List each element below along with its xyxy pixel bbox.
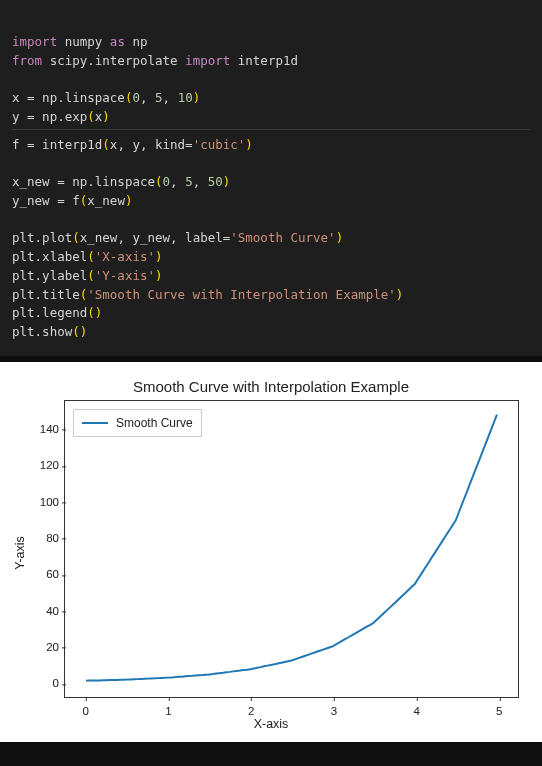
num: 5 [155, 90, 163, 105]
paren-open: ( [87, 268, 95, 283]
var-ynew: y_new [12, 193, 50, 208]
fn-exp: np.exp [42, 109, 87, 124]
paren-close: ) [223, 174, 231, 189]
comma: , [170, 174, 185, 189]
fn-plot: plt.plot [12, 230, 72, 245]
x-tick: 2 [248, 697, 254, 720]
fn-legend: plt.legend [12, 305, 87, 320]
fn-xlabel: plt.xlabel [12, 249, 87, 264]
alias-np: np [132, 34, 147, 49]
paren-close: ) [102, 109, 110, 124]
paren-close: ) [396, 287, 404, 302]
paren-close: ) [125, 193, 133, 208]
op-eq: = [50, 174, 73, 189]
x-tick: 4 [413, 697, 419, 720]
keyword-import2: import [185, 53, 230, 68]
x-tick: 5 [496, 697, 502, 720]
comma: , [163, 90, 178, 105]
code-block: import numpy as np from scipy.interpolat… [0, 0, 542, 356]
paren-close: ) [80, 324, 88, 339]
y-tick: 40 [35, 603, 65, 620]
keyword-as: as [110, 34, 125, 49]
args-xy: x, y, kind= [110, 137, 193, 152]
paren-close: ) [95, 305, 103, 320]
curve-line [65, 401, 518, 697]
name-interp1d: interp1d [238, 53, 298, 68]
num: 5 [185, 174, 193, 189]
output-panel: Smooth Curve with Interpolation Example … [0, 362, 542, 742]
keyword-from: from [12, 53, 42, 68]
x-tick: 3 [331, 697, 337, 720]
paren-close: ) [155, 249, 163, 264]
str-xaxis: 'X-axis' [95, 249, 155, 264]
paren-close: ) [155, 268, 163, 283]
arg-xnew: x_new [87, 193, 125, 208]
paren-open: ( [155, 174, 163, 189]
fn-title: plt.title [12, 287, 80, 302]
paren-open: ( [87, 109, 95, 124]
str-smooth: 'Smooth Curve' [230, 230, 335, 245]
module-numpy: numpy [65, 34, 103, 49]
paren-close: ) [193, 90, 201, 105]
divider [12, 129, 530, 130]
fn-linspace: np.linspace [42, 90, 125, 105]
str-yaxis: 'Y-axis' [95, 268, 155, 283]
num: 50 [208, 174, 223, 189]
var-x: x [12, 90, 20, 105]
y-tick: 80 [35, 530, 65, 547]
str-title: 'Smooth Curve with Interpolation Example… [87, 287, 396, 302]
paren-close: ) [245, 137, 253, 152]
paren-close: ) [336, 230, 344, 245]
num: 0 [163, 174, 171, 189]
var-xnew: x_new [12, 174, 50, 189]
fn-interp1d: interp1d [42, 137, 102, 152]
comma: , [140, 90, 155, 105]
chart-title: Smooth Curve with Interpolation Example [8, 376, 534, 399]
y-tick: 140 [35, 421, 65, 438]
paren-open: ( [72, 324, 80, 339]
fn-linspace2: np.linspace [72, 174, 155, 189]
y-tick: 120 [35, 458, 65, 475]
keyword-import: import [12, 34, 57, 49]
paren-open: ( [87, 249, 95, 264]
comma: , [193, 174, 208, 189]
args-plot: x_new, y_new, label= [80, 230, 231, 245]
x-tick: 1 [165, 697, 171, 720]
y-tick: 20 [35, 639, 65, 656]
op-eq: = [20, 90, 43, 105]
fn-f: f [72, 193, 80, 208]
plot-area: Smooth Curve 020406080100120140012345 [64, 400, 519, 698]
num: 10 [178, 90, 193, 105]
fn-ylabel: plt.ylabel [12, 268, 87, 283]
y-tick: 60 [35, 567, 65, 584]
series-line [86, 414, 497, 680]
var-f: f [12, 137, 20, 152]
var-y: y [12, 109, 20, 124]
y-tick: 100 [35, 494, 65, 511]
x-tick: 0 [82, 697, 88, 720]
num: 0 [132, 90, 140, 105]
y-axis-label: Y-axis [11, 536, 30, 570]
y-tick: 0 [35, 676, 65, 693]
fn-show: plt.show [12, 324, 72, 339]
str-cubic: 'cubic' [193, 137, 246, 152]
module-scipy: scipy.interpolate [50, 53, 178, 68]
paren-open: ( [102, 137, 110, 152]
paren-open: ( [87, 305, 95, 320]
op-eq: = [20, 109, 43, 124]
chart: Smooth Curve with Interpolation Example … [8, 372, 534, 734]
paren-open: ( [72, 230, 80, 245]
op-eq: = [20, 137, 43, 152]
op-eq: = [50, 193, 73, 208]
